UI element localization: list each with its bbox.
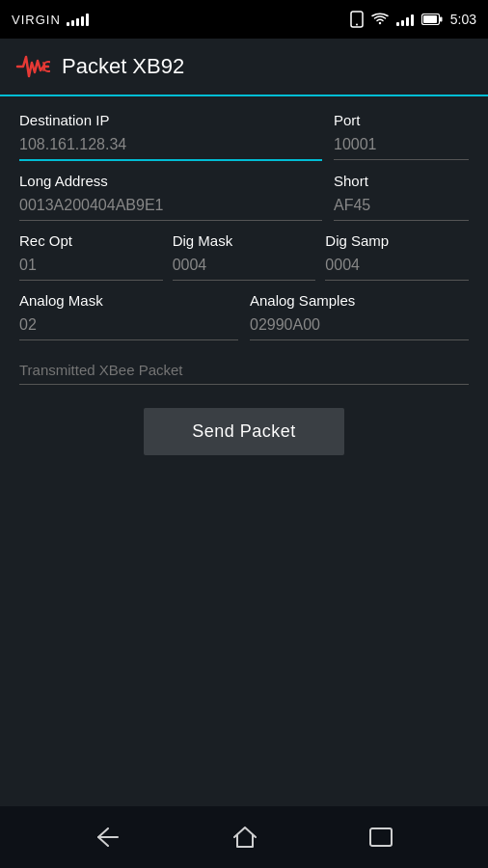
home-button[interactable]	[232, 826, 258, 849]
cell-signal-icon	[396, 13, 414, 26]
recents-button[interactable]	[368, 827, 393, 848]
analog-samples-label: Analog Samples	[250, 292, 469, 309]
row-analog: Analog Mask Analog Samples	[19, 292, 469, 340]
time-label: 5:03	[450, 12, 476, 27]
analog-mask-label: Analog Mask	[19, 292, 238, 309]
transmitted-row	[19, 352, 469, 385]
row-address-short: Long Address Short	[19, 173, 469, 221]
port-group: Port	[334, 112, 469, 160]
signal-bar-5	[86, 14, 89, 26]
port-label: Port	[334, 112, 469, 128]
nav-bar	[0, 806, 488, 868]
long-address-group: Long Address	[19, 173, 322, 221]
battery-icon	[421, 14, 443, 25]
main-content: Destination IP Port Long Address Short R…	[0, 96, 488, 471]
dig-samp-input[interactable]	[325, 253, 469, 281]
rec-opt-group: Rec Opt	[19, 232, 163, 281]
long-address-input[interactable]	[19, 193, 322, 221]
analog-samples-group: Analog Samples	[250, 292, 469, 340]
destination-ip-group: Destination IP	[19, 112, 322, 161]
dig-mask-input[interactable]	[173, 253, 316, 281]
signal-bar-3	[76, 18, 79, 26]
app-bar: Packet XB92	[0, 39, 488, 96]
signal-bar-1	[67, 22, 69, 26]
short-address-input[interactable]	[334, 193, 469, 221]
status-bar-right: 5:03	[350, 11, 476, 28]
phone-icon	[350, 11, 364, 28]
wifi-icon	[371, 13, 389, 26]
port-input[interactable]	[334, 132, 469, 160]
analog-mask-group: Analog Mask	[19, 292, 238, 340]
svg-point-1	[356, 24, 358, 26]
short-address-group: Short	[334, 173, 469, 221]
dig-mask-label: Dig Mask	[173, 232, 316, 249]
dig-samp-group: Dig Samp	[325, 232, 469, 281]
carrier-label: VIRGIN	[12, 13, 61, 27]
row-destination-port: Destination IP Port	[19, 112, 469, 161]
rec-opt-label: Rec Opt	[19, 232, 163, 249]
back-button[interactable]	[95, 827, 122, 848]
analog-samples-input[interactable]	[250, 312, 469, 340]
analog-mask-input[interactable]	[19, 312, 238, 340]
row-rec-dig: Rec Opt Dig Mask Dig Samp	[19, 232, 469, 281]
svg-rect-4	[440, 17, 443, 22]
destination-ip-label: Destination IP	[19, 112, 322, 128]
short-address-label: Short	[334, 173, 469, 189]
svg-rect-7	[370, 828, 392, 846]
signal-bar-2	[71, 20, 74, 26]
send-button-container: Send Packet	[19, 408, 469, 455]
send-packet-button[interactable]: Send Packet	[144, 408, 344, 455]
destination-ip-input[interactable]	[19, 132, 322, 161]
signal-bar-4	[81, 16, 84, 26]
app-title: Packet XB92	[62, 54, 184, 79]
status-bar: VIRGIN	[0, 0, 488, 39]
dig-mask-group: Dig Mask	[173, 232, 316, 281]
dig-samp-label: Dig Samp	[325, 232, 469, 249]
transmitted-input[interactable]	[19, 352, 469, 385]
app-icon	[15, 53, 50, 80]
svg-rect-3	[423, 15, 437, 23]
status-bar-left: VIRGIN	[12, 13, 89, 27]
waveform-icon	[15, 53, 50, 80]
signal-icon	[67, 13, 89, 26]
long-address-label: Long Address	[19, 173, 322, 189]
rec-opt-input[interactable]	[19, 253, 163, 281]
